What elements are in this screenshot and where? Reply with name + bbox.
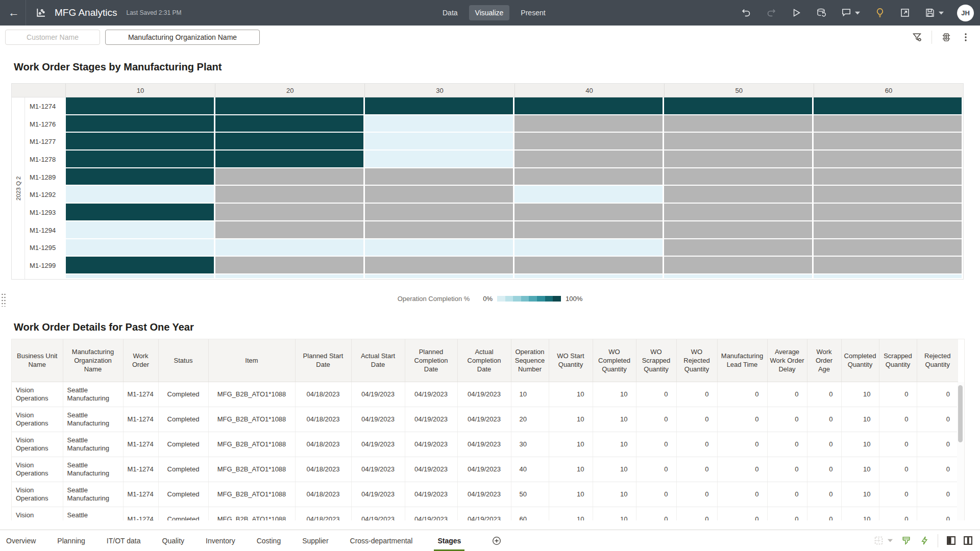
heatmap-cell[interactable] <box>664 97 814 115</box>
table-column-header[interactable]: Actual Completion Date <box>457 339 511 382</box>
heatmap-cell[interactable] <box>514 151 664 168</box>
heatmap-cell[interactable] <box>66 221 215 239</box>
auto-insights-bolt-icon[interactable] <box>920 536 929 545</box>
heatmap-cell[interactable] <box>514 168 664 186</box>
table-column-header[interactable]: Item <box>208 339 295 382</box>
canvas-tab-it-ot-data[interactable]: IT/OT data <box>107 530 141 551</box>
heatmap-cell[interactable] <box>664 221 814 239</box>
heatmap-cell[interactable] <box>814 204 963 221</box>
heatmap-cell[interactable] <box>814 168 963 186</box>
table-column-header[interactable]: WO Completed Quantity <box>593 339 636 382</box>
heatmap-cell[interactable] <box>365 204 514 221</box>
heatmap-cell-partial[interactable] <box>664 274 814 279</box>
table-column-header[interactable]: Rejected Quantity <box>917 339 958 382</box>
heatmap-cell[interactable] <box>215 168 365 186</box>
table-row[interactable]: Vision OperationsSeattle ManufacturingM1… <box>12 407 958 432</box>
heatmap-cell[interactable] <box>215 151 365 168</box>
heatmap-cell[interactable] <box>66 133 215 151</box>
heatmap-cell[interactable] <box>66 186 215 204</box>
heatmap-cell[interactable] <box>514 239 664 257</box>
canvas-tab-inventory[interactable]: Inventory <box>206 530 235 551</box>
heatmap-cell[interactable] <box>814 151 963 168</box>
heatmap-cell[interactable] <box>215 204 365 221</box>
table-column-header[interactable]: Scrapped Quantity <box>879 339 917 382</box>
table-column-header[interactable]: WO Start Quantity <box>549 339 593 382</box>
heatmap-cell[interactable] <box>365 133 514 151</box>
table-scrollbar-thumb[interactable] <box>958 385 963 442</box>
heatmap-cell[interactable] <box>365 257 514 274</box>
heatmap-cell[interactable] <box>66 204 215 221</box>
canvas-tab-overview[interactable]: Overview <box>6 530 36 551</box>
table-column-header[interactable]: Average Work Order Delay <box>767 339 807 382</box>
heatmap-cell-partial[interactable] <box>365 274 514 279</box>
table-column-header[interactable]: WO Scrapped Quantity <box>636 339 676 382</box>
heatmap-cell[interactable] <box>215 97 365 115</box>
heatmap-cell[interactable] <box>365 115 514 133</box>
heatmap-cell[interactable] <box>66 239 215 257</box>
heatmap-cell[interactable] <box>664 204 814 221</box>
heatmap-cell[interactable] <box>514 221 664 239</box>
undo-icon[interactable] <box>741 8 751 18</box>
table-column-header[interactable]: Operation Sequence Number <box>511 339 549 382</box>
heatmap-cell[interactable] <box>814 186 963 204</box>
heatmap-cell[interactable] <box>514 115 664 133</box>
add-canvas-icon[interactable] <box>492 536 501 545</box>
table-row[interactable]: Vision OperationsSeattle ManufacturingM1… <box>12 432 958 457</box>
heatmap-cell-partial[interactable] <box>66 274 215 279</box>
heatmap-cell[interactable] <box>514 133 664 151</box>
heatmap-cell[interactable] <box>514 97 664 115</box>
heatmap-cell[interactable] <box>215 221 365 239</box>
heatmap-cell[interactable] <box>664 168 814 186</box>
panel-right-layout-icon[interactable] <box>963 536 973 545</box>
comments-caret-icon[interactable] <box>855 11 860 15</box>
heatmap-cell[interactable] <box>664 133 814 151</box>
heatmap-cell[interactable] <box>814 133 963 151</box>
table-column-header[interactable]: Actual Start Date <box>351 339 405 382</box>
heatmap-cell[interactable] <box>664 115 814 133</box>
table-column-header[interactable]: Manufacturing Lead Time <box>717 339 767 382</box>
heatmap-cell[interactable] <box>664 257 814 274</box>
comments-icon[interactable] <box>841 8 851 18</box>
canvas-properties-icon[interactable] <box>941 32 951 42</box>
table-row[interactable]: Vision OperationsSeattle ManufacturingM1… <box>12 457 958 482</box>
table-column-header[interactable]: Work Order <box>123 339 158 382</box>
heatmap-cell[interactable] <box>814 257 963 274</box>
filter-pill-0[interactable]: Customer Name <box>5 30 100 45</box>
nav-tab-data[interactable]: Data <box>436 5 464 20</box>
heatmap-cell[interactable] <box>814 115 963 133</box>
heatmap-cell[interactable] <box>664 186 814 204</box>
nav-tab-present[interactable]: Present <box>514 5 551 20</box>
table-column-header[interactable]: Completed Quantity <box>841 339 879 382</box>
heatmap-cell[interactable] <box>664 151 814 168</box>
heatmap-cell[interactable] <box>514 257 664 274</box>
table-column-header[interactable]: Status <box>158 339 208 382</box>
heatmap-cell[interactable] <box>66 257 215 274</box>
filter-pill-1[interactable]: Manufacturing Organization Name <box>105 30 260 45</box>
table-scrollbar-track[interactable] <box>957 382 964 520</box>
canvas-tab-costing[interactable]: Costing <box>257 530 281 551</box>
canvas-style-brush-icon[interactable] <box>901 536 911 545</box>
kebab-menu-icon[interactable] <box>961 32 971 42</box>
canvas-tab-quality[interactable]: Quality <box>162 530 185 551</box>
heatmap-cell-partial[interactable] <box>514 274 664 279</box>
table-column-header[interactable]: Planned Completion Date <box>405 339 457 382</box>
heatmap-cell[interactable] <box>365 239 514 257</box>
table-column-header[interactable]: WO Rejected Quantity <box>676 339 717 382</box>
save-icon[interactable] <box>925 8 935 18</box>
insights-bulb-icon[interactable] <box>875 8 885 18</box>
heatmap-cell[interactable] <box>215 257 365 274</box>
heatmap-cell[interactable] <box>215 133 365 151</box>
heatmap-cell[interactable] <box>365 186 514 204</box>
heatmap-cell[interactable] <box>215 115 365 133</box>
heatmap-cell[interactable] <box>66 151 215 168</box>
heatmap-cell[interactable] <box>814 221 963 239</box>
heatmap-cell[interactable] <box>814 239 963 257</box>
canvas-tab-stages[interactable]: Stages <box>434 530 464 551</box>
table-row[interactable]: Vision OperationsSeattle ManufacturingM1… <box>12 507 958 520</box>
heatmap-cell-partial[interactable] <box>215 274 365 279</box>
table-column-header[interactable]: Manufacturing Organization Name <box>63 339 123 382</box>
table-column-header[interactable]: Work Order Age <box>807 339 841 382</box>
canvas-tab-planning[interactable]: Planning <box>57 530 85 551</box>
canvas-tab-cross-departmental[interactable]: Cross-departmental <box>350 530 413 551</box>
back-icon[interactable]: ← <box>5 4 22 21</box>
